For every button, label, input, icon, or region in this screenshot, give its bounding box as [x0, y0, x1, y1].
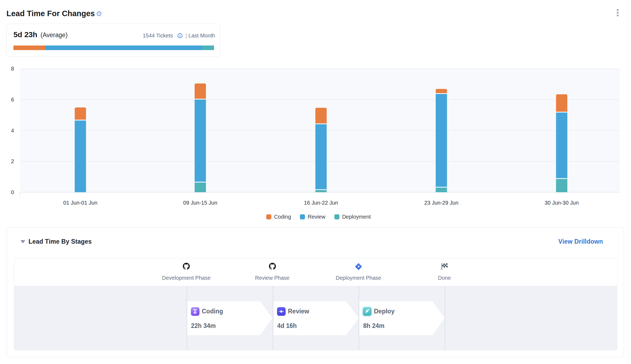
- svg-text:4: 4: [11, 128, 14, 134]
- svg-text:16 Jun-22 Jun: 16 Jun-22 Jun: [304, 200, 338, 206]
- svg-text:01 Jun-01 Jun: 01 Jun-01 Jun: [63, 200, 97, 206]
- svg-text:30 Jun-30 Jun: 30 Jun-30 Jun: [545, 200, 579, 206]
- svg-text:09 Jun-15 Jun: 09 Jun-15 Jun: [183, 200, 218, 206]
- svg-text:2: 2: [11, 158, 14, 164]
- svg-text:0: 0: [11, 189, 14, 195]
- svg-text:8: 8: [11, 66, 14, 72]
- svg-text:6: 6: [11, 97, 14, 103]
- svg-text:23 Jun-29 Jun: 23 Jun-29 Jun: [424, 200, 458, 206]
